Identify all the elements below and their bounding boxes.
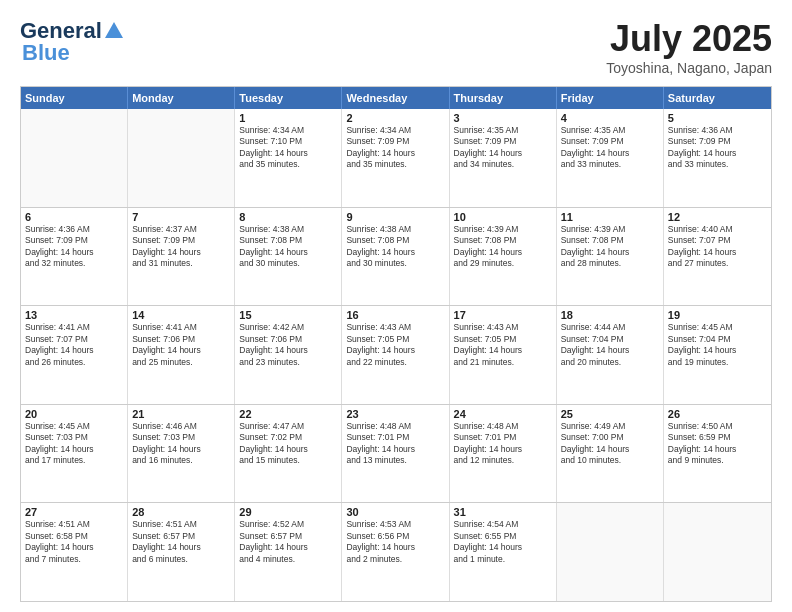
calendar-cell: 14Sunrise: 4:41 AM Sunset: 7:06 PM Dayli… xyxy=(128,306,235,404)
day-number: 18 xyxy=(561,309,659,321)
day-info: Sunrise: 4:40 AM Sunset: 7:07 PM Dayligh… xyxy=(668,224,767,270)
day-info: Sunrise: 4:41 AM Sunset: 7:06 PM Dayligh… xyxy=(132,322,230,368)
subtitle: Toyoshina, Nagano, Japan xyxy=(606,60,772,76)
calendar-cell: 25Sunrise: 4:49 AM Sunset: 7:00 PM Dayli… xyxy=(557,405,664,503)
page: General Blue July 2025 Toyoshina, Nagano… xyxy=(0,0,792,612)
calendar-cell xyxy=(128,109,235,207)
day-number: 6 xyxy=(25,211,123,223)
day-number: 8 xyxy=(239,211,337,223)
calendar-cell: 15Sunrise: 4:42 AM Sunset: 7:06 PM Dayli… xyxy=(235,306,342,404)
day-info: Sunrise: 4:36 AM Sunset: 7:09 PM Dayligh… xyxy=(668,125,767,171)
day-info: Sunrise: 4:48 AM Sunset: 7:01 PM Dayligh… xyxy=(454,421,552,467)
day-number: 20 xyxy=(25,408,123,420)
day-info: Sunrise: 4:54 AM Sunset: 6:55 PM Dayligh… xyxy=(454,519,552,565)
day-info: Sunrise: 4:37 AM Sunset: 7:09 PM Dayligh… xyxy=(132,224,230,270)
day-number: 28 xyxy=(132,506,230,518)
day-info: Sunrise: 4:35 AM Sunset: 7:09 PM Dayligh… xyxy=(454,125,552,171)
day-info: Sunrise: 4:51 AM Sunset: 6:58 PM Dayligh… xyxy=(25,519,123,565)
day-number: 11 xyxy=(561,211,659,223)
calendar-cell: 8Sunrise: 4:38 AM Sunset: 7:08 PM Daylig… xyxy=(235,208,342,306)
day-info: Sunrise: 4:46 AM Sunset: 7:03 PM Dayligh… xyxy=(132,421,230,467)
day-number: 2 xyxy=(346,112,444,124)
day-info: Sunrise: 4:39 AM Sunset: 7:08 PM Dayligh… xyxy=(454,224,552,270)
calendar-week-2: 6Sunrise: 4:36 AM Sunset: 7:09 PM Daylig… xyxy=(21,208,771,307)
calendar-week-5: 27Sunrise: 4:51 AM Sunset: 6:58 PM Dayli… xyxy=(21,503,771,601)
day-info: Sunrise: 4:52 AM Sunset: 6:57 PM Dayligh… xyxy=(239,519,337,565)
day-number: 24 xyxy=(454,408,552,420)
day-info: Sunrise: 4:53 AM Sunset: 6:56 PM Dayligh… xyxy=(346,519,444,565)
calendar-header: Sunday Monday Tuesday Wednesday Thursday… xyxy=(21,87,771,109)
calendar: Sunday Monday Tuesday Wednesday Thursday… xyxy=(20,86,772,602)
day-info: Sunrise: 4:45 AM Sunset: 7:03 PM Dayligh… xyxy=(25,421,123,467)
calendar-cell: 7Sunrise: 4:37 AM Sunset: 7:09 PM Daylig… xyxy=(128,208,235,306)
day-info: Sunrise: 4:43 AM Sunset: 7:05 PM Dayligh… xyxy=(346,322,444,368)
day-number: 1 xyxy=(239,112,337,124)
logo-blue: Blue xyxy=(22,40,70,66)
calendar-cell: 9Sunrise: 4:38 AM Sunset: 7:08 PM Daylig… xyxy=(342,208,449,306)
day-info: Sunrise: 4:49 AM Sunset: 7:00 PM Dayligh… xyxy=(561,421,659,467)
calendar-cell: 16Sunrise: 4:43 AM Sunset: 7:05 PM Dayli… xyxy=(342,306,449,404)
calendar-cell: 18Sunrise: 4:44 AM Sunset: 7:04 PM Dayli… xyxy=(557,306,664,404)
logo-triangle-icon xyxy=(103,20,125,42)
day-number: 12 xyxy=(668,211,767,223)
day-number: 19 xyxy=(668,309,767,321)
calendar-cell xyxy=(664,503,771,601)
header-monday: Monday xyxy=(128,87,235,109)
calendar-cell: 20Sunrise: 4:45 AM Sunset: 7:03 PM Dayli… xyxy=(21,405,128,503)
day-info: Sunrise: 4:36 AM Sunset: 7:09 PM Dayligh… xyxy=(25,224,123,270)
day-number: 10 xyxy=(454,211,552,223)
day-info: Sunrise: 4:43 AM Sunset: 7:05 PM Dayligh… xyxy=(454,322,552,368)
day-info: Sunrise: 4:34 AM Sunset: 7:10 PM Dayligh… xyxy=(239,125,337,171)
day-info: Sunrise: 4:50 AM Sunset: 6:59 PM Dayligh… xyxy=(668,421,767,467)
calendar-cell xyxy=(21,109,128,207)
day-number: 27 xyxy=(25,506,123,518)
day-number: 14 xyxy=(132,309,230,321)
calendar-cell: 30Sunrise: 4:53 AM Sunset: 6:56 PM Dayli… xyxy=(342,503,449,601)
day-number: 26 xyxy=(668,408,767,420)
header: General Blue July 2025 Toyoshina, Nagano… xyxy=(20,18,772,76)
day-number: 31 xyxy=(454,506,552,518)
day-info: Sunrise: 4:42 AM Sunset: 7:06 PM Dayligh… xyxy=(239,322,337,368)
day-info: Sunrise: 4:51 AM Sunset: 6:57 PM Dayligh… xyxy=(132,519,230,565)
calendar-cell: 29Sunrise: 4:52 AM Sunset: 6:57 PM Dayli… xyxy=(235,503,342,601)
day-info: Sunrise: 4:48 AM Sunset: 7:01 PM Dayligh… xyxy=(346,421,444,467)
calendar-cell: 13Sunrise: 4:41 AM Sunset: 7:07 PM Dayli… xyxy=(21,306,128,404)
header-tuesday: Tuesday xyxy=(235,87,342,109)
day-info: Sunrise: 4:34 AM Sunset: 7:09 PM Dayligh… xyxy=(346,125,444,171)
day-info: Sunrise: 4:39 AM Sunset: 7:08 PM Dayligh… xyxy=(561,224,659,270)
header-wednesday: Wednesday xyxy=(342,87,449,109)
calendar-cell: 28Sunrise: 4:51 AM Sunset: 6:57 PM Dayli… xyxy=(128,503,235,601)
day-number: 23 xyxy=(346,408,444,420)
header-saturday: Saturday xyxy=(664,87,771,109)
calendar-week-4: 20Sunrise: 4:45 AM Sunset: 7:03 PM Dayli… xyxy=(21,405,771,504)
calendar-cell: 19Sunrise: 4:45 AM Sunset: 7:04 PM Dayli… xyxy=(664,306,771,404)
day-number: 17 xyxy=(454,309,552,321)
day-number: 13 xyxy=(25,309,123,321)
calendar-cell: 10Sunrise: 4:39 AM Sunset: 7:08 PM Dayli… xyxy=(450,208,557,306)
calendar-cell: 2Sunrise: 4:34 AM Sunset: 7:09 PM Daylig… xyxy=(342,109,449,207)
day-info: Sunrise: 4:35 AM Sunset: 7:09 PM Dayligh… xyxy=(561,125,659,171)
day-number: 9 xyxy=(346,211,444,223)
day-number: 7 xyxy=(132,211,230,223)
calendar-cell: 6Sunrise: 4:36 AM Sunset: 7:09 PM Daylig… xyxy=(21,208,128,306)
svg-marker-0 xyxy=(105,22,123,38)
calendar-cell: 23Sunrise: 4:48 AM Sunset: 7:01 PM Dayli… xyxy=(342,405,449,503)
day-info: Sunrise: 4:44 AM Sunset: 7:04 PM Dayligh… xyxy=(561,322,659,368)
day-number: 22 xyxy=(239,408,337,420)
calendar-cell: 27Sunrise: 4:51 AM Sunset: 6:58 PM Dayli… xyxy=(21,503,128,601)
day-number: 25 xyxy=(561,408,659,420)
day-number: 29 xyxy=(239,506,337,518)
title-block: July 2025 Toyoshina, Nagano, Japan xyxy=(606,18,772,76)
calendar-cell: 3Sunrise: 4:35 AM Sunset: 7:09 PM Daylig… xyxy=(450,109,557,207)
calendar-cell xyxy=(557,503,664,601)
day-number: 15 xyxy=(239,309,337,321)
day-number: 30 xyxy=(346,506,444,518)
header-friday: Friday xyxy=(557,87,664,109)
day-info: Sunrise: 4:41 AM Sunset: 7:07 PM Dayligh… xyxy=(25,322,123,368)
calendar-week-1: 1Sunrise: 4:34 AM Sunset: 7:10 PM Daylig… xyxy=(21,109,771,208)
month-title: July 2025 xyxy=(606,18,772,60)
day-info: Sunrise: 4:47 AM Sunset: 7:02 PM Dayligh… xyxy=(239,421,337,467)
day-number: 3 xyxy=(454,112,552,124)
header-thursday: Thursday xyxy=(450,87,557,109)
calendar-cell: 1Sunrise: 4:34 AM Sunset: 7:10 PM Daylig… xyxy=(235,109,342,207)
